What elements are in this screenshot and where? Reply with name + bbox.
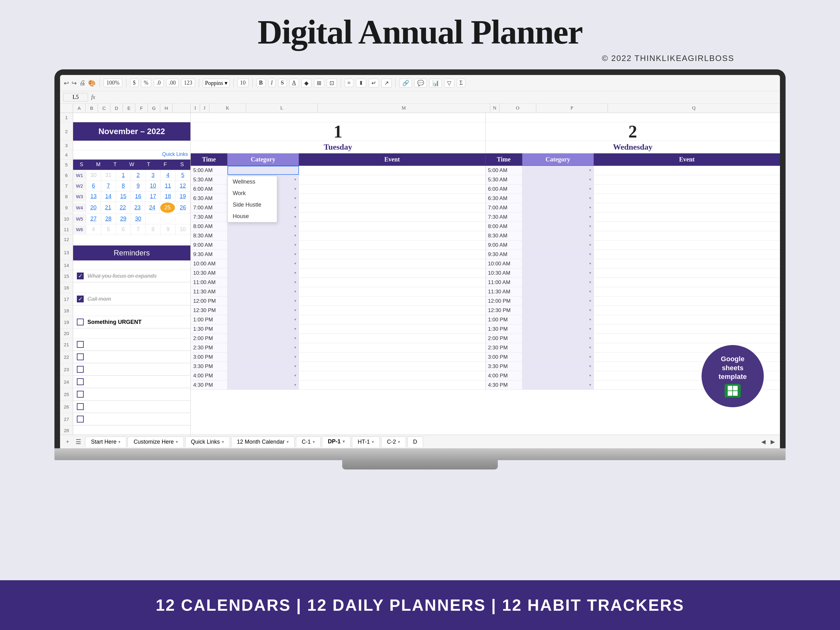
category-cell-d1-21[interactable]: ▾	[227, 362, 299, 371]
quick-links-link[interactable]: Quick Links	[73, 150, 190, 159]
event-cell-d1-15[interactable]	[299, 306, 486, 315]
category-cell-d2-0[interactable]: ▾	[523, 166, 594, 175]
category-cell-d2-21[interactable]: ▾	[523, 362, 594, 371]
category-cell-d1-23[interactable]: ▾	[227, 381, 299, 390]
category-cell-d1-9[interactable]: ▾	[227, 250, 299, 259]
cal-day-10[interactable]: 10	[145, 181, 161, 191]
event-cell-d1-17[interactable]	[299, 324, 486, 333]
fontsize-btn[interactable]: 10	[237, 79, 249, 87]
cal-day-28[interactable]: 28	[101, 214, 116, 224]
event-cell-d2-13[interactable]	[594, 287, 780, 296]
category-cell-d1-8[interactable]: ▾	[227, 240, 299, 249]
comment-btn[interactable]: 💬	[414, 79, 427, 87]
italic-btn[interactable]: I	[268, 79, 276, 87]
checkbox-7[interactable]	[77, 378, 84, 385]
dropdown-side-hustle[interactable]: Side Hustle	[228, 199, 277, 211]
category-cell-d1-14[interactable]: ▾	[227, 297, 299, 306]
category-cell-d2-14[interactable]: ▾	[523, 297, 594, 306]
cal-day-6[interactable]: 6	[86, 181, 101, 191]
event-cell-d2-7[interactable]	[594, 231, 780, 240]
print-icon[interactable]: 🖨	[79, 79, 85, 87]
font-select[interactable]: Poppins ▾	[203, 79, 230, 87]
category-cell-d1-18[interactable]: ▾	[227, 334, 299, 343]
link-btn[interactable]: 🔗	[399, 79, 412, 87]
category-cell-d1-12[interactable]: ▾	[227, 278, 299, 287]
cal-day-3[interactable]: 3	[145, 170, 161, 180]
tab-d[interactable]: D	[407, 436, 423, 447]
event-cell-d2-0[interactable]	[594, 166, 780, 175]
add-sheet-btn[interactable]: +	[63, 436, 72, 447]
cal-day-5[interactable]: 5	[175, 170, 190, 180]
cal-day-22[interactable]: 22	[116, 202, 130, 213]
cal-day-24[interactable]: 24	[145, 202, 159, 213]
event-cell-d2-15[interactable]	[594, 306, 780, 315]
zoom-btn[interactable]: 100%	[104, 79, 122, 87]
cal-day-14[interactable]: 14	[101, 191, 116, 202]
event-cell-d1-9[interactable]	[299, 250, 486, 259]
cal-day-7[interactable]: 7	[101, 181, 116, 191]
category-cell-d2-5[interactable]: ▾	[523, 213, 594, 221]
category-cell-d2-6[interactable]: ▾	[523, 222, 594, 231]
category-cell-d1-6[interactable]: ▾	[227, 222, 299, 231]
event-cell-d1-13[interactable]	[299, 287, 486, 296]
tab-nav-next[interactable]: ▶	[769, 438, 777, 446]
event-cell-d1-18[interactable]	[299, 334, 486, 343]
category-cell-d2-20[interactable]: ▾	[523, 352, 594, 362]
category-cell-d2-8[interactable]: ▾	[523, 240, 594, 249]
category-cell-d1-0[interactable]	[227, 166, 299, 175]
bold-btn[interactable]: B	[256, 79, 266, 87]
tab-customize-here[interactable]: Customize Here ▾	[128, 436, 183, 447]
tab-dp1[interactable]: DP-1 ▾	[322, 436, 351, 447]
paint-icon[interactable]: 🎨	[88, 79, 96, 87]
merge-btn[interactable]: ⊡	[327, 79, 337, 87]
tab-nav-prev[interactable]: ◀	[759, 438, 767, 446]
event-cell-d2-19[interactable]	[594, 343, 780, 352]
category-cell-d1-20[interactable]: ▾	[227, 352, 299, 362]
tab-start-here[interactable]: Start Here ▾	[85, 436, 126, 447]
cal-day-16[interactable]: 16	[131, 191, 146, 202]
redo-icon[interactable]: ↪	[71, 79, 77, 87]
event-cell-d1-1[interactable]	[299, 175, 486, 184]
function-btn[interactable]: Σ	[457, 79, 466, 87]
event-cell-d1-2[interactable]	[299, 185, 486, 194]
checkbox-2[interactable]: ✓	[77, 295, 84, 302]
checkbox-3[interactable]	[77, 319, 84, 325]
category-dropdown[interactable]: Wellness Work Side Hustle House	[227, 176, 277, 223]
category-cell-d1-15[interactable]: ▾	[227, 306, 299, 315]
category-cell-d1-11[interactable]: ▾	[227, 268, 299, 278]
category-cell-d1-16[interactable]: ▾	[227, 315, 299, 324]
checkbox-4[interactable]	[77, 341, 84, 348]
decimal1-btn[interactable]: .0	[154, 79, 164, 87]
event-cell-d1-19[interactable]	[299, 343, 486, 352]
event-cell-d2-17[interactable]	[594, 324, 780, 333]
checkbox-1[interactable]: ✓	[77, 273, 84, 279]
event-cell-d1-3[interactable]	[299, 194, 486, 203]
category-cell-d2-12[interactable]: ▾	[523, 278, 594, 287]
category-cell-d2-1[interactable]: ▾	[523, 175, 594, 184]
cal-day-31[interactable]: 31	[101, 170, 116, 180]
event-cell-d1-8[interactable]	[299, 240, 486, 249]
checkbox-8[interactable]	[77, 391, 84, 398]
category-cell-d2-16[interactable]: ▾	[523, 315, 594, 324]
cal-day-1[interactable]: 1	[116, 170, 131, 180]
category-cell-d2-15[interactable]: ▾	[523, 306, 594, 315]
formula-input[interactable]	[98, 94, 777, 101]
event-cell-d2-12[interactable]	[594, 278, 780, 287]
cal-day-21[interactable]: 21	[101, 202, 115, 213]
event-cell-d1-23[interactable]	[299, 381, 486, 390]
cal-day-30b[interactable]: 30	[131, 214, 146, 224]
event-cell-d1-22[interactable]	[299, 371, 486, 380]
event-cell-d2-2[interactable]	[594, 185, 780, 194]
decimal2-btn[interactable]: .00	[166, 79, 179, 87]
event-cell-d2-14[interactable]	[594, 297, 780, 306]
event-cell-d1-4[interactable]	[299, 203, 486, 212]
strikethrough-btn[interactable]: S	[278, 79, 287, 87]
cal-day-17[interactable]: 17	[145, 191, 161, 202]
cal-day-13[interactable]: 13	[86, 191, 101, 202]
event-cell-d2-6[interactable]	[594, 222, 780, 231]
category-cell-d1-19[interactable]: ▾	[227, 343, 299, 352]
cal-day-9[interactable]: 9	[131, 181, 146, 191]
cal-day-11[interactable]: 11	[161, 181, 175, 191]
event-cell-d2-9[interactable]	[594, 250, 780, 259]
category-cell-d2-9[interactable]: ▾	[523, 250, 594, 259]
